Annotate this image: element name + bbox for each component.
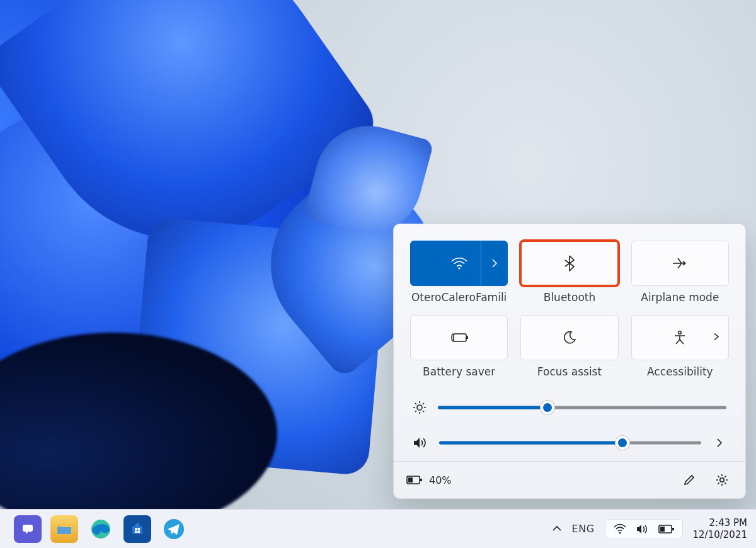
clock-date: 12/10/2021 [693,529,747,541]
tray-wifi-icon [613,523,627,535]
svg-rect-22 [660,527,665,532]
moon-icon [563,331,576,345]
wifi-tile[interactable] [410,241,508,286]
focus-assist-tile[interactable] [520,315,618,360]
volume-output-button[interactable] [713,438,726,448]
clock-time: 2:43 PM [693,517,747,529]
battery-saver-icon [450,331,469,344]
microsoft-store-icon[interactable] [123,515,151,543]
battery-icon [406,475,423,485]
svg-point-0 [458,267,460,269]
telegram-icon[interactable] [160,515,188,543]
quick-settings-panel: OteroCaleroFamili Bluetooth Airplane [393,224,746,499]
svg-rect-14 [135,528,137,530]
open-settings-button[interactable] [711,469,733,491]
taskbar: ENG 2:43 PM 12/10/2021 [0,509,756,548]
svg-rect-6 [420,479,422,481]
battery-saver-tile[interactable] [410,315,508,360]
volume-icon [413,436,428,450]
edge-browser-icon[interactable] [87,515,115,543]
accessibility-tile[interactable] [631,315,729,360]
edit-quick-settings-button[interactable] [679,469,700,491]
tray-volume-icon [636,523,650,535]
svg-point-4 [417,405,422,410]
airplane-mode-tile[interactable] [631,241,729,286]
svg-point-3 [679,331,681,334]
pencil-icon [683,474,696,486]
bluetooth-label: Bluetooth [544,291,596,304]
svg-point-8 [720,478,724,482]
focus-assist-label: Focus assist [537,365,602,378]
svg-rect-2 [466,336,468,339]
language-indicator[interactable]: ENG [572,523,595,535]
taskbar-pinned-apps [14,515,188,543]
wifi-expand-button[interactable] [481,241,507,285]
accessibility-label: Accessibility [647,365,713,378]
battery-status[interactable]: 40% [406,474,452,486]
file-explorer-icon[interactable] [50,515,78,543]
accessibility-expand-button[interactable] [713,332,719,344]
volume-slider[interactable] [439,437,701,448]
gear-icon [715,473,729,487]
svg-rect-9 [23,525,33,532]
svg-point-19 [619,532,621,534]
svg-rect-12 [132,526,142,534]
battery-percent-text: 40% [429,474,452,486]
accessibility-icon [673,330,687,345]
brightness-icon [413,401,427,414]
taskbar-clock[interactable]: 2:43 PM 12/10/2021 [693,517,747,541]
svg-rect-17 [138,530,140,533]
svg-rect-10 [57,524,63,527]
bluetooth-tile[interactable] [520,241,618,286]
tray-overflow-button[interactable] [552,523,562,535]
brightness-slider[interactable] [438,402,726,413]
svg-rect-21 [672,528,674,530]
bluetooth-icon [564,255,575,271]
system-tray[interactable] [605,519,683,539]
svg-rect-1 [454,334,466,341]
wifi-label: OteroCaleroFamili [411,291,507,304]
svg-rect-13 [135,523,139,527]
tray-battery-icon [658,525,675,534]
svg-rect-7 [408,477,413,482]
svg-rect-16 [135,530,137,533]
svg-rect-15 [138,528,140,530]
airplane-icon [672,256,688,271]
chat-app-icon[interactable] [14,515,42,543]
airplane-mode-label: Airplane mode [641,291,719,304]
wifi-icon [450,256,468,270]
battery-saver-label: Battery saver [423,365,495,378]
